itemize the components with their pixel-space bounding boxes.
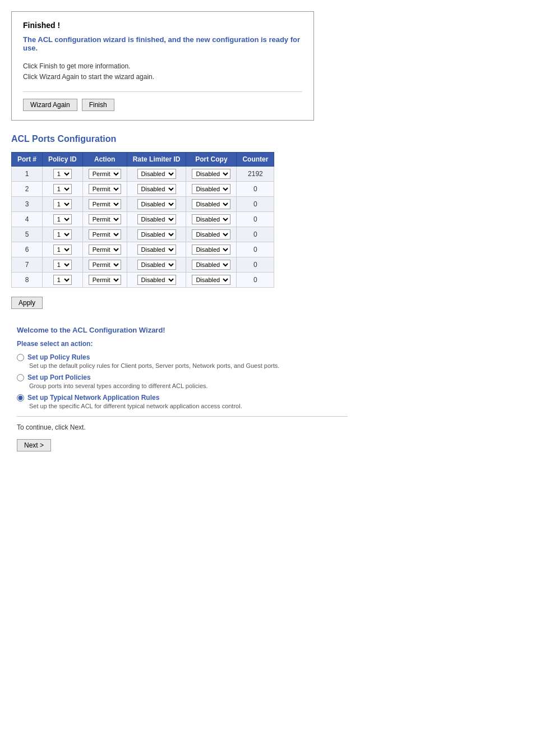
cell-rate-limiter[interactable]: Disabled [127, 227, 186, 242]
cell-port: 7 [12, 257, 43, 273]
cell-rate-limiter[interactable]: Disabled [127, 273, 186, 288]
table-row: 41PermitDisabledDisabled0 [12, 212, 274, 227]
finish-button[interactable]: Finish [82, 99, 114, 111]
select-port-copy[interactable]: Disabled [192, 275, 230, 285]
cell-port-copy[interactable]: Disabled [186, 212, 237, 227]
select-policy-id[interactable]: 1 [53, 275, 72, 285]
select-port-copy[interactable]: Disabled [192, 199, 230, 209]
cell-port: 3 [12, 197, 43, 212]
cell-action[interactable]: Permit [82, 273, 127, 288]
select-port-copy[interactable]: Disabled [192, 229, 230, 239]
cell-rate-limiter[interactable]: Disabled [127, 212, 186, 227]
cell-port-copy[interactable]: Disabled [186, 257, 237, 273]
select-policy-id[interactable]: 1 [53, 184, 72, 194]
cell-port-copy[interactable]: Disabled [186, 227, 237, 242]
next-button[interactable]: Next > [17, 439, 51, 451]
radio-opt3[interactable] [17, 394, 24, 402]
th-counter: Counter [237, 153, 274, 167]
select-policy-id[interactable]: 1 [53, 229, 72, 239]
select-rate-limiter[interactable]: Disabled [137, 214, 176, 224]
option-desc-3: Set up the specific ACL for different ty… [29, 403, 348, 409]
select-port-copy[interactable]: Disabled [192, 169, 230, 179]
option-label-text-2: Set up Port Policies [27, 374, 91, 381]
acl-ports-table: Port # Policy ID Action Rate Limiter ID … [11, 152, 274, 288]
finished-box: Finished ! The ACL configuration wizard … [11, 11, 314, 121]
select-action[interactable]: Permit [89, 214, 121, 224]
cell-port-copy[interactable]: Disabled [186, 197, 237, 212]
select-action[interactable]: Permit [89, 169, 121, 179]
cell-action[interactable]: Permit [82, 182, 127, 197]
cell-action[interactable]: Permit [82, 227, 127, 242]
cell-policy-id[interactable]: 1 [43, 167, 83, 182]
select-policy-id[interactable]: 1 [53, 169, 72, 179]
select-port-copy[interactable]: Disabled [192, 245, 230, 255]
select-port-copy[interactable]: Disabled [192, 260, 230, 270]
select-rate-limiter[interactable]: Disabled [137, 260, 176, 270]
select-policy-id[interactable]: 1 [53, 245, 72, 255]
cell-counter: 0 [237, 227, 274, 242]
cell-policy-id[interactable]: 1 [43, 212, 83, 227]
select-action[interactable]: Permit [89, 199, 121, 209]
select-action[interactable]: Permit [89, 229, 121, 239]
select-action[interactable]: Permit [89, 184, 121, 194]
cell-policy-id[interactable]: 1 [43, 257, 83, 273]
select-action[interactable]: Permit [89, 245, 121, 255]
cell-rate-limiter[interactable]: Disabled [127, 257, 186, 273]
select-policy-id[interactable]: 1 [53, 214, 72, 224]
select-action[interactable]: Permit [89, 275, 121, 285]
cell-policy-id[interactable]: 1 [43, 242, 83, 257]
apply-button[interactable]: Apply [11, 297, 43, 309]
select-rate-limiter[interactable]: Disabled [137, 275, 176, 285]
cell-action[interactable]: Permit [82, 197, 127, 212]
cell-port-copy[interactable]: Disabled [186, 242, 237, 257]
table-row: 81PermitDisabledDisabled0 [12, 273, 274, 288]
select-policy-id[interactable]: 1 [53, 199, 72, 209]
wizard-option-label-1: Set up Policy Rules [17, 353, 348, 361]
wizard-option-1: Set up Policy RulesSet up the default po… [17, 353, 348, 369]
cell-policy-id[interactable]: 1 [43, 182, 83, 197]
select-action[interactable]: Permit [89, 260, 121, 270]
wizard-again-button[interactable]: Wizard Again [23, 99, 77, 111]
cell-rate-limiter[interactable]: Disabled [127, 242, 186, 257]
select-rate-limiter[interactable]: Disabled [137, 229, 176, 239]
next-button-wrap: Next > [17, 439, 348, 451]
cell-rate-limiter[interactable]: Disabled [127, 167, 186, 182]
radio-opt2[interactable] [17, 374, 24, 381]
wizard-section: Welcome to the ACL Configuration Wizard!… [11, 326, 348, 451]
select-port-copy[interactable]: Disabled [192, 214, 230, 224]
cell-rate-limiter[interactable]: Disabled [127, 197, 186, 212]
cell-policy-id[interactable]: 1 [43, 197, 83, 212]
table-header-row: Port # Policy ID Action Rate Limiter ID … [12, 153, 274, 167]
radio-opt1[interactable] [17, 354, 24, 361]
cell-port: 4 [12, 212, 43, 227]
cell-action[interactable]: Permit [82, 167, 127, 182]
finished-divider [23, 91, 302, 92]
select-rate-limiter[interactable]: Disabled [137, 199, 176, 209]
cell-policy-id[interactable]: 1 [43, 273, 83, 288]
finished-buttons: Wizard Again Finish [23, 99, 302, 111]
cell-action[interactable]: Permit [82, 257, 127, 273]
cell-port-copy[interactable]: Disabled [186, 273, 237, 288]
select-rate-limiter[interactable]: Disabled [137, 169, 176, 179]
select-policy-id[interactable]: 1 [53, 260, 72, 270]
cell-action[interactable]: Permit [82, 212, 127, 227]
cell-port-copy[interactable]: Disabled [186, 182, 237, 197]
finished-info: Click Finish to get more information. Cl… [23, 61, 302, 82]
option-label-text-3: Set up Typical Network Application Rules [27, 394, 159, 402]
cell-action[interactable]: Permit [82, 242, 127, 257]
cell-rate-limiter[interactable]: Disabled [127, 182, 186, 197]
th-policy-id: Policy ID [43, 153, 83, 167]
apply-button-wrap: Apply [11, 297, 524, 309]
finished-info-line2: Click Wizard Again to start the wizard a… [23, 73, 154, 81]
select-rate-limiter[interactable]: Disabled [137, 245, 176, 255]
finished-info-line1: Click Finish to get more information. [23, 62, 130, 70]
cell-port-copy[interactable]: Disabled [186, 167, 237, 182]
cell-counter: 0 [237, 242, 274, 257]
cell-policy-id[interactable]: 1 [43, 227, 83, 242]
acl-ports-section: ACL Ports Configuration Port # Policy ID… [11, 134, 524, 309]
select-port-copy[interactable]: Disabled [192, 184, 230, 194]
table-row: 31PermitDisabledDisabled0 [12, 197, 274, 212]
cell-counter: 0 [237, 182, 274, 197]
cell-port: 8 [12, 273, 43, 288]
select-rate-limiter[interactable]: Disabled [137, 184, 176, 194]
